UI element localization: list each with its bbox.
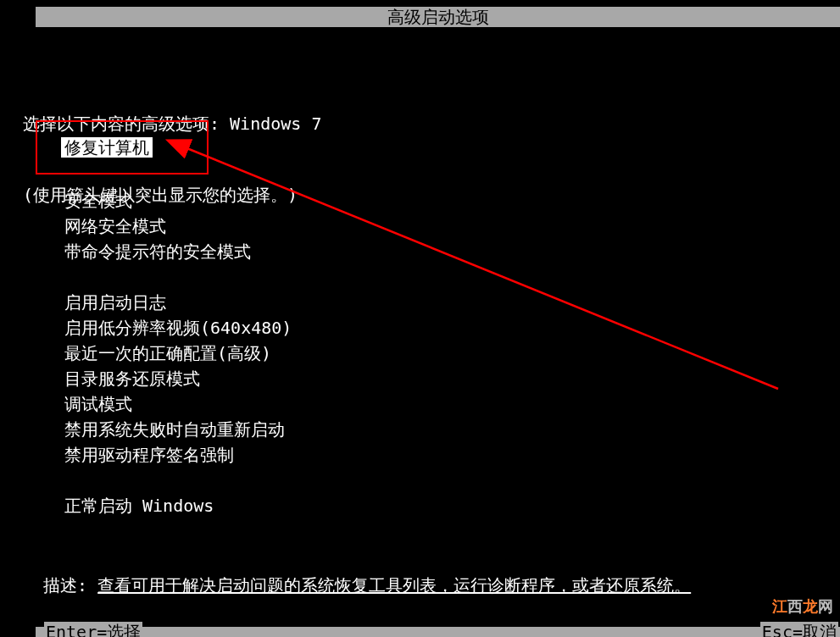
footer-bar <box>36 627 840 637</box>
instruction-line1: 选择以下内容的高级选项: Windows 7 <box>23 112 321 136</box>
menu-item-safe-mode-cmd[interactable]: 带命令提示符的安全模式 <box>64 239 292 264</box>
boot-menu: 安全模式 网络安全模式 带命令提示符的安全模式 启用启动日志 启用低分辨率视频(… <box>64 188 292 518</box>
menu-item-disable-auto-restart[interactable]: 禁用系统失败时自动重新启动 <box>64 417 292 442</box>
footer-enter: Enter=选择 <box>44 622 142 637</box>
title-bar: 高级启动选项 <box>36 7 840 27</box>
menu-item-disable-driver-sig[interactable]: 禁用驱动程序签名强制 <box>64 442 292 468</box>
menu-item-repair-computer[interactable]: 修复计算机 <box>61 137 153 158</box>
menu-item-normal-boot[interactable]: 正常启动 Windows <box>64 493 292 518</box>
menu-item-ds-restore[interactable]: 目录服务还原模式 <box>64 366 292 391</box>
menu-gap <box>64 264 292 290</box>
menu-item-safe-mode-network[interactable]: 网络安全模式 <box>64 213 292 239</box>
footer-esc: Esc=取消 <box>760 622 838 637</box>
menu-item-last-known-good[interactable]: 最近一次的正确配置(高级) <box>64 341 292 366</box>
description-label: 描述: <box>43 575 87 595</box>
menu-item-label: 修复计算机 <box>64 137 149 158</box>
description: 描述: 查看可用于解决启动问题的系统恢复工具列表，运行诊断程序，或者还原系统。 <box>23 554 691 597</box>
menu-item-safe-mode[interactable]: 安全模式 <box>64 188 292 213</box>
watermark: 江西龙网 <box>772 596 833 617</box>
menu-item-boot-log[interactable]: 启用启动日志 <box>64 290 292 315</box>
menu-item-low-res[interactable]: 启用低分辨率视频(640x480) <box>64 315 292 341</box>
title-text: 高级启动选项 <box>387 7 489 27</box>
description-text: 查看可用于解决启动问题的系统恢复工具列表，运行诊断程序，或者还原系统。 <box>97 575 691 595</box>
menu-item-debug[interactable]: 调试模式 <box>64 391 292 417</box>
menu-gap <box>64 468 292 493</box>
